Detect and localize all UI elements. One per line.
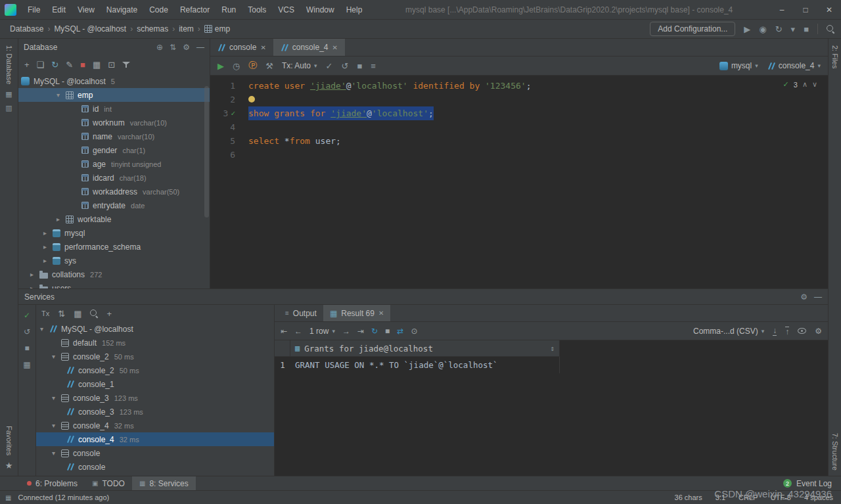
- view-options-icon[interactable]: ≡: [371, 62, 376, 70]
- tree-item-column-id[interactable]: idint: [18, 102, 210, 116]
- code-line[interactable]: create user 'jiade'@'localhost' identifi…: [248, 79, 828, 93]
- grid-cell[interactable]: GRANT USAGE ON *.* TO `jiade`@`localhost…: [290, 357, 560, 373]
- rerun-icon[interactable]: ↻: [775, 25, 783, 34]
- export-format-dropdown[interactable]: Comma-...d (CSV)▾: [693, 327, 764, 336]
- close-window-button[interactable]: ✕: [817, 0, 841, 20]
- tree-item-schema-mysql[interactable]: ▸mysql: [18, 226, 210, 240]
- service-item-console-2[interactable]: ▾console_250 ms: [36, 350, 274, 363]
- find-icon[interactable]: [90, 309, 98, 317]
- compare-icon[interactable]: ⇄: [397, 327, 403, 335]
- profiler-icon[interactable]: Ⓟ: [248, 60, 257, 72]
- service-item-console-4[interactable]: ▾console_432 ms: [36, 419, 274, 432]
- close-tab-icon[interactable]: ✕: [260, 44, 265, 51]
- menu-code[interactable]: Code: [143, 0, 174, 20]
- rollback-icon[interactable]: ↺: [341, 62, 348, 70]
- rollback-icon[interactable]: ↺: [24, 328, 30, 336]
- service-item-console-3-child[interactable]: console_3123 ms: [36, 405, 274, 419]
- tx-toggle[interactable]: Tx: [41, 309, 49, 317]
- grid-view-icon[interactable]: ▦: [23, 361, 30, 369]
- tree-item-connection[interactable]: MySQL - @localhost5: [18, 74, 210, 88]
- menu-refactor[interactable]: Refactor: [174, 0, 216, 20]
- service-item-console-child[interactable]: console: [36, 460, 274, 474]
- prev-problem-icon[interactable]: ∧: [802, 80, 807, 89]
- hide-panel-icon[interactable]: —: [196, 43, 204, 51]
- next-page-icon[interactable]: →: [342, 327, 350, 335]
- favorites-star-icon[interactable]: ★: [5, 461, 13, 470]
- page-size-dropdown[interactable]: 1 row▾: [309, 327, 335, 336]
- settings-gear-icon[interactable]: ⚙: [183, 43, 190, 51]
- tree-item-column-entrydate[interactable]: entrydatedate: [18, 198, 210, 212]
- chevron-right-icon[interactable]: ▸: [57, 216, 66, 223]
- tx-mode-dropdown[interactable]: Tx: Auto▾: [282, 61, 317, 70]
- breadcrumb-item-schema[interactable]: item: [178, 24, 194, 34]
- code-line[interactable]: [248, 93, 828, 106]
- service-item-console-2-child[interactable]: console_250 ms: [36, 363, 274, 377]
- wrench-icon[interactable]: ⚒: [265, 62, 273, 70]
- breadcrumb-schemas[interactable]: schemas: [136, 24, 169, 34]
- editor-tab-console-4[interactable]: console_4 ✕: [273, 39, 345, 56]
- code-editor[interactable]: 1 2 3✓ 4 5 6 create user 'jiade'@'localh…: [210, 76, 828, 288]
- toolwindow-tab-files[interactable]: 2: Files: [831, 45, 839, 68]
- toolwindow-tab-database[interactable]: 1: Database: [5, 45, 13, 84]
- add-service-icon[interactable]: +: [106, 309, 112, 318]
- export-data-icon[interactable]: ↓: [773, 327, 777, 336]
- tree-item-column-idcard[interactable]: idcardchar(18): [18, 171, 210, 185]
- service-item-console[interactable]: ▾console: [36, 446, 274, 460]
- service-item-default[interactable]: default152 ms: [36, 336, 274, 350]
- menu-tools[interactable]: Tools: [242, 0, 272, 20]
- menu-file[interactable]: File: [22, 0, 46, 20]
- close-tab-icon[interactable]: ✕: [378, 309, 384, 317]
- tree-item-column-workaddress[interactable]: workaddressvarchar(50): [18, 185, 210, 198]
- grid-data-row[interactable]: 1 GRANT USAGE ON *.* TO `jiade`@`localho…: [275, 357, 828, 373]
- chevron-down-icon[interactable]: ▾: [791, 25, 796, 34]
- sort-icon[interactable]: ⇅: [58, 309, 65, 318]
- code-line-selected[interactable]: show grants for 'jiade'@'localhost';: [248, 106, 828, 120]
- grid-column-header[interactable]: ▦ Grants for jiade@localhost ⇕: [290, 340, 560, 357]
- scrollbar-thumb[interactable]: [204, 86, 209, 218]
- chevron-down-icon[interactable]: ▾: [52, 353, 61, 360]
- code-line[interactable]: select *from user;: [248, 134, 828, 148]
- toolwindow-switcher-icon[interactable]: ▦: [5, 494, 11, 501]
- toolwindow-tab-favorites[interactable]: Favorites: [5, 426, 13, 455]
- tree-item-column-gender[interactable]: genderchar(1): [18, 143, 210, 157]
- tree-item-worktable[interactable]: ▸worktable: [18, 212, 210, 226]
- commit-check-icon[interactable]: ✓: [326, 62, 333, 70]
- refresh-icon[interactable]: ↻: [51, 60, 58, 69]
- tree-item-schema-sys[interactable]: ▸sys: [18, 254, 210, 267]
- menu-navigate[interactable]: Navigate: [101, 0, 143, 20]
- last-page-icon[interactable]: ⇥: [357, 327, 364, 335]
- datasource-dropdown[interactable]: mysql▾: [719, 61, 758, 70]
- reload-page-icon[interactable]: ↻: [371, 327, 378, 335]
- edit-connection-icon[interactable]: ✎: [66, 60, 73, 69]
- toolwindow-tab-structure[interactable]: 7: Structure: [831, 433, 839, 470]
- open-editor-icon[interactable]: ⊡: [108, 60, 115, 69]
- chevron-right-icon[interactable]: ▸: [43, 243, 53, 250]
- filter-funnel-icon[interactable]: [122, 61, 130, 68]
- chevron-down-icon[interactable]: ▾: [52, 422, 61, 429]
- chevron-right-icon[interactable]: ▸: [30, 285, 39, 288]
- menu-help[interactable]: Help: [340, 0, 369, 20]
- toolwindow-tab-todo[interactable]: ▣ TODO: [85, 476, 132, 490]
- service-item-console-3[interactable]: ▾console_3123 ms: [36, 391, 274, 405]
- service-item-console-1[interactable]: console_1: [36, 377, 274, 391]
- editor-tab-console[interactable]: console ✕: [210, 39, 273, 56]
- hide-panel-icon[interactable]: —: [814, 293, 822, 301]
- group-by-icon[interactable]: ▦: [74, 309, 81, 318]
- toolwindow-mini-icon[interactable]: ▥: [5, 104, 12, 112]
- close-tab-icon[interactable]: ✕: [332, 44, 337, 51]
- tree-item-column-name[interactable]: namevarchar(10): [18, 129, 210, 143]
- toolwindow-tab-services[interactable]: ▦ 8: Services: [132, 476, 196, 490]
- commit-check-icon[interactable]: ✓: [24, 311, 30, 319]
- chevron-down-icon[interactable]: ▾: [52, 394, 61, 401]
- add-datasource-icon[interactable]: +: [24, 60, 30, 69]
- chevron-right-icon[interactable]: ▸: [43, 229, 53, 237]
- minimize-window-button[interactable]: –: [770, 0, 794, 20]
- code-line[interactable]: [248, 148, 828, 162]
- tree-item-users[interactable]: ▸users: [18, 281, 210, 288]
- tree-item-column-age[interactable]: agetinyint unsigned: [18, 157, 210, 171]
- service-item-console-4-child[interactable]: console_432 ms: [36, 432, 274, 446]
- scroll-to-source-icon[interactable]: ⇅: [170, 43, 176, 51]
- add-configuration-button[interactable]: Add Configuration...: [650, 22, 735, 36]
- execute-button[interactable]: ▶: [217, 61, 224, 71]
- table-view-icon[interactable]: ▦: [93, 60, 101, 69]
